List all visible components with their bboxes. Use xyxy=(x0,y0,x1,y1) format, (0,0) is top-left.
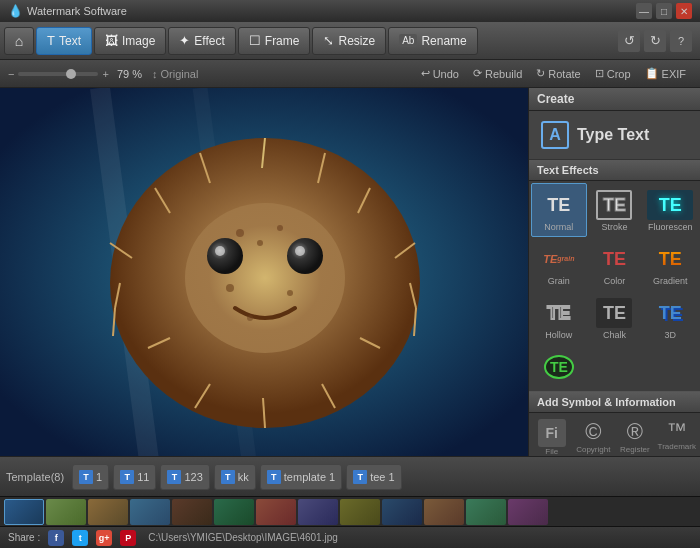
effect-color[interactable]: TE Color xyxy=(587,237,643,291)
effect-chalk-label: Chalk xyxy=(603,330,626,340)
twitter-button[interactable]: t xyxy=(72,530,88,546)
effect-chalk[interactable]: TE Chalk xyxy=(587,291,643,345)
facebook-button[interactable]: f xyxy=(48,530,64,546)
zoom-area: − + 79 % ↕ Original xyxy=(8,68,198,80)
right-panel: Create A Type Text Text Effects TE Norma… xyxy=(528,88,700,456)
effect-color-label: Color xyxy=(604,276,626,286)
app-title: Watermark Software xyxy=(27,5,127,17)
svg-point-7 xyxy=(287,238,323,274)
effect-fluorescent[interactable]: TE Fluorescen xyxy=(642,183,698,237)
redo-toolbar-button[interactable]: ↻ xyxy=(644,30,666,52)
thumb-1[interactable] xyxy=(4,499,44,525)
thumb-3[interactable] xyxy=(88,499,128,525)
canvas-area[interactable] xyxy=(0,88,528,456)
home-button[interactable]: ⌂ xyxy=(4,27,34,55)
template-123[interactable]: T 123 xyxy=(160,464,209,490)
effect-symbol[interactable]: TE xyxy=(531,345,587,389)
svg-point-8 xyxy=(295,246,305,256)
svg-point-4 xyxy=(185,203,345,353)
effect-grain[interactable]: TEgrain Grain xyxy=(531,237,587,291)
svg-point-28 xyxy=(226,284,234,292)
template-123-icon: T xyxy=(167,470,181,484)
thumb-10[interactable] xyxy=(382,499,422,525)
effect-normal[interactable]: TE Normal xyxy=(531,183,587,237)
file-path: C:\Users\YMIGE\Desktop\IMAGE\4601.jpg xyxy=(148,532,338,543)
thumb-8[interactable] xyxy=(298,499,338,525)
fish-image xyxy=(0,88,528,456)
image-tool-button[interactable]: 🖼 Image xyxy=(94,27,166,55)
share-label: Share : xyxy=(8,532,40,543)
symbol-grid: Fi FileInfo © Copyright ® Register ™ Tra… xyxy=(529,413,700,456)
exif-button[interactable]: 📋 EXIF xyxy=(639,65,692,82)
svg-point-26 xyxy=(277,225,283,231)
thumb-7[interactable] xyxy=(256,499,296,525)
svg-point-6 xyxy=(215,246,225,256)
effect-3d-preview: TE xyxy=(652,298,688,328)
thumb-13[interactable] xyxy=(508,499,548,525)
effect-symbol-preview: TE xyxy=(541,352,577,382)
text-tool-button[interactable]: T Text xyxy=(36,27,92,55)
rename-tool-button[interactable]: Ab Rename xyxy=(388,27,478,55)
effect-stroke[interactable]: TE Stroke xyxy=(587,183,643,237)
effect-icon: ✦ xyxy=(179,33,190,48)
thumb-11[interactable] xyxy=(424,499,464,525)
effects-title: Text Effects xyxy=(529,160,700,181)
symbol-register[interactable]: ® Register xyxy=(614,415,656,456)
thumb-2[interactable] xyxy=(46,499,86,525)
effect-gradient[interactable]: TE Gradient xyxy=(642,237,698,291)
copyright-icon: © xyxy=(585,419,601,445)
effect-tool-button[interactable]: ✦ Effect xyxy=(168,27,235,55)
text-icon: T xyxy=(47,33,55,48)
template-template1[interactable]: T template 1 xyxy=(260,464,342,490)
main-content: Create A Type Text Text Effects TE Norma… xyxy=(0,88,700,456)
effect-3d[interactable]: TE 3D xyxy=(642,291,698,345)
effect-stroke-preview: TE xyxy=(596,190,632,220)
symbol-trademark[interactable]: ™ Trademark xyxy=(656,415,698,456)
thumb-9[interactable] xyxy=(340,499,380,525)
frame-tool-button[interactable]: ☐ Frame xyxy=(238,27,311,55)
template-tee1[interactable]: T tee 1 xyxy=(346,464,401,490)
template-tee1-icon: T xyxy=(353,470,367,484)
thumb-4[interactable] xyxy=(130,499,170,525)
help-toolbar-button[interactable]: ? xyxy=(670,30,692,52)
svg-point-25 xyxy=(236,229,244,237)
template-kk[interactable]: T kk xyxy=(214,464,256,490)
frame-icon: ☐ xyxy=(249,33,261,48)
template-1[interactable]: T 1 xyxy=(72,464,109,490)
thumb-6[interactable] xyxy=(214,499,254,525)
thumb-5[interactable] xyxy=(172,499,212,525)
template-kk-icon: T xyxy=(221,470,235,484)
undo-button[interactable]: ↩ Undo xyxy=(415,65,465,82)
type-text-icon: A xyxy=(541,121,569,149)
rebuild-button[interactable]: ⟳ Rebuild xyxy=(467,65,528,82)
app-icon: 💧 xyxy=(8,4,23,18)
close-button[interactable]: ✕ xyxy=(676,3,692,19)
rotate-button[interactable]: ↻ Rotate xyxy=(530,65,586,82)
googleplus-button[interactable]: g+ xyxy=(96,530,112,546)
zoom-slider[interactable] xyxy=(18,72,98,76)
crop-button[interactable]: ⊡ Crop xyxy=(589,65,637,82)
crop-icon: ⊡ xyxy=(595,67,604,80)
zoom-thumb[interactable] xyxy=(66,69,76,79)
effect-fluor-preview: TE xyxy=(647,190,693,220)
thumb-12[interactable] xyxy=(466,499,506,525)
frame-label: Frame xyxy=(265,34,300,48)
template-template1-icon: T xyxy=(267,470,281,484)
template-11[interactable]: T 11 xyxy=(113,464,156,490)
symbol-file-info[interactable]: Fi FileInfo xyxy=(531,415,573,456)
zoom-minus-icon[interactable]: − xyxy=(8,68,14,80)
type-text-row[interactable]: A Type Text xyxy=(529,111,700,160)
symbol-copyright[interactable]: © Copyright xyxy=(573,415,615,456)
zoom-plus-icon[interactable]: + xyxy=(102,68,108,80)
undo-icon: ↩ xyxy=(421,67,430,80)
effect-hollow[interactable]: TE Hollow xyxy=(531,291,587,345)
resize-tool-button[interactable]: ⤡ Resize xyxy=(312,27,386,55)
create-section-title: Create xyxy=(529,88,700,111)
resize-label: Resize xyxy=(338,34,375,48)
pinterest-button[interactable]: P xyxy=(120,530,136,546)
maximize-button[interactable]: □ xyxy=(656,3,672,19)
minimize-button[interactable]: — xyxy=(636,3,652,19)
effect-gradient-preview: TE xyxy=(652,244,688,274)
effect-gradient-label: Gradient xyxy=(653,276,688,286)
undo-toolbar-button[interactable]: ↺ xyxy=(618,30,640,52)
